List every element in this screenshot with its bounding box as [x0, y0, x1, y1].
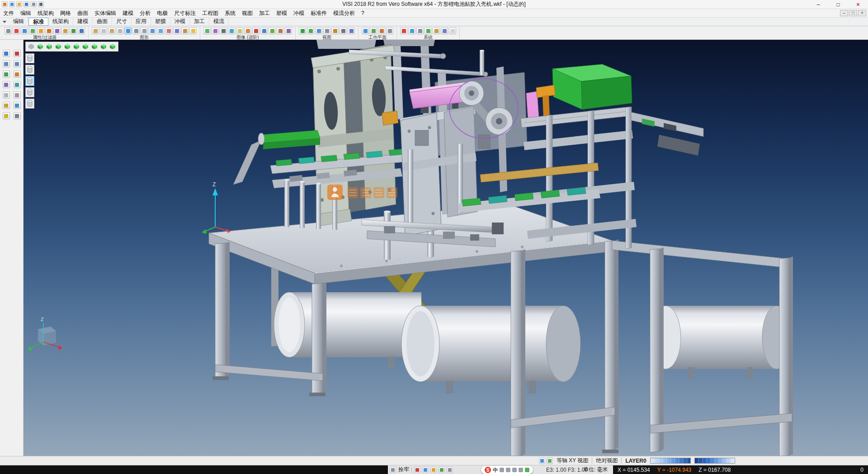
menu-item[interactable]: 标准件: [307, 9, 330, 17]
menu-item[interactable]: 实体编辑: [91, 9, 119, 17]
material-icon[interactable]: [181, 27, 189, 34]
mirror-icon[interactable]: [3, 81, 10, 88]
shaded-view-icon[interactable]: [124, 27, 132, 34]
minimize-button[interactable]: –: [808, 0, 828, 9]
menu-item[interactable]: 文件: [0, 9, 17, 17]
tab-modeling[interactable]: 建模: [73, 18, 93, 25]
grid-settings-icon[interactable]: [425, 27, 432, 34]
tab-edit[interactable]: 编辑: [9, 18, 28, 25]
line-style-icon[interactable]: [100, 27, 107, 34]
section-view-icon[interactable]: [165, 27, 172, 34]
compare-icon[interactable]: [260, 27, 268, 34]
lock-icon[interactable]: [390, 467, 396, 473]
viewport-layout-icon[interactable]: [27, 43, 35, 50]
hidden-line-icon[interactable]: [141, 27, 148, 34]
view-lock-icon[interactable]: [547, 458, 553, 464]
menu-item[interactable]: 系统: [222, 9, 239, 17]
color-palette-icon[interactable]: [13, 27, 20, 34]
filter-all-icon[interactable]: [25, 53, 34, 63]
offset-icon[interactable]: [14, 81, 21, 88]
light-icon[interactable]: [189, 27, 197, 34]
os-taskbar-peek[interactable]: [0, 465, 388, 474]
rotate-icon[interactable]: [14, 71, 21, 78]
undo-icon[interactable]: [3, 112, 10, 119]
transparency-icon[interactable]: [157, 27, 164, 34]
layers-icon[interactable]: [3, 102, 10, 109]
rotate-view-icon[interactable]: [108, 43, 117, 50]
view-orientation-icon[interactable]: [539, 458, 545, 464]
texture-icon[interactable]: [212, 27, 219, 34]
color-palette-strip[interactable]: [694, 458, 735, 464]
front-view-icon[interactable]: [54, 43, 62, 50]
zoom-all-icon[interactable]: [315, 27, 322, 34]
print-title-icon[interactable]: [31, 1, 37, 7]
workplane-xy-icon[interactable]: [362, 27, 369, 34]
named-views-icon[interactable]: [331, 27, 339, 34]
dynamic-hide-icon[interactable]: [149, 27, 156, 34]
gallery-icon[interactable]: [277, 27, 284, 34]
menu-item[interactable]: 电极: [154, 9, 171, 17]
color-palette-strip[interactable]: [650, 458, 691, 464]
tab-overflow-icon[interactable]: [1, 19, 8, 25]
move-icon[interactable]: [3, 71, 10, 78]
close-button[interactable]: ×: [848, 0, 868, 9]
extend-icon[interactable]: [14, 60, 21, 67]
tab-machining[interactable]: 加工: [190, 18, 209, 25]
menu-item[interactable]: 曲面: [74, 9, 91, 17]
workplane-3pt-icon[interactable]: [370, 27, 377, 34]
right-view-icon[interactable]: [63, 43, 71, 50]
ambient-icon[interactable]: [236, 27, 243, 34]
top-view-icon[interactable]: [45, 43, 53, 50]
clock-icon[interactable]: [439, 467, 445, 473]
chamfer-icon[interactable]: [14, 91, 21, 99]
menu-item[interactable]: 模流分析: [330, 9, 358, 17]
maximize-button[interactable]: □: [828, 0, 848, 9]
help-system-icon[interactable]: [449, 27, 456, 34]
menu-item[interactable]: 网格: [57, 9, 74, 17]
active-layer[interactable]: LAYER0: [625, 458, 646, 464]
attribute-edit-icon[interactable]: [29, 27, 36, 34]
grid-toggle-icon[interactable]: [430, 467, 437, 473]
tab-surface[interactable]: 曲面: [93, 18, 112, 25]
screenshot-icon[interactable]: [244, 27, 251, 34]
left-view-icon[interactable]: [72, 43, 80, 50]
workplane-normal-icon[interactable]: [378, 27, 385, 34]
delete-icon[interactable]: [14, 50, 21, 57]
menu-item[interactable]: 线架构: [34, 9, 57, 17]
entity-filter-icon[interactable]: [37, 27, 44, 34]
open-file-icon[interactable]: [16, 1, 22, 7]
menu-item[interactable]: 分析: [137, 9, 154, 17]
layer-filter-icon[interactable]: [21, 27, 28, 34]
trim-icon[interactable]: [3, 60, 10, 67]
machine-3d-model[interactable]: Z Z: [24, 40, 868, 456]
filter-surfaces-icon[interactable]: [25, 87, 34, 97]
menu-item[interactable]: 工程图: [199, 9, 222, 17]
video-icon[interactable]: [252, 27, 259, 34]
tab-application[interactable]: 应用: [132, 18, 151, 25]
record-icon[interactable]: [414, 467, 420, 473]
export-image-icon[interactable]: [285, 27, 292, 34]
menu-item[interactable]: 尺寸标注: [171, 9, 199, 17]
display-settings-icon[interactable]: [408, 27, 415, 34]
tab-stamping[interactable]: 冲模: [170, 18, 190, 25]
quick-render-icon[interactable]: [173, 27, 180, 34]
measure-image-icon[interactable]: [269, 27, 276, 34]
wireframe-view-icon[interactable]: [132, 27, 140, 34]
stereo-glasses-icon[interactable]: [299, 27, 306, 34]
workplane-manager-icon[interactable]: [386, 27, 393, 34]
mdi-close-button[interactable]: ×: [858, 10, 866, 16]
view-mode[interactable]: 绝对视图: [596, 457, 618, 465]
camera-icon[interactable]: [340, 27, 347, 34]
current-view-name[interactable]: 等轴 XY 视图: [557, 457, 588, 465]
options-icon[interactable]: [441, 27, 448, 34]
settings-icon[interactable]: [14, 112, 21, 119]
ime-skin-icon[interactable]: [500, 468, 504, 472]
print-icon[interactable]: [5, 27, 12, 34]
mdi-minimize-button[interactable]: –: [840, 10, 848, 16]
menu-item[interactable]: 加工: [256, 9, 273, 17]
previous-view-icon[interactable]: [323, 27, 330, 34]
shadow-icon[interactable]: [220, 27, 227, 34]
menu-item[interactable]: 冲模: [290, 9, 307, 17]
snap-icon[interactable]: [422, 467, 429, 473]
ime-keyboard-icon[interactable]: [506, 468, 510, 472]
